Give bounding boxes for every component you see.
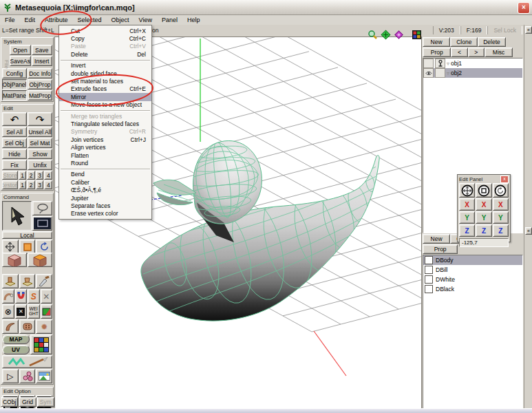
object-row-obj1[interactable]: ▿ obj1 (423, 59, 522, 68)
panel-collapse-handle-top[interactable]: « (525, 26, 532, 34)
edit-panel-close-button[interactable]: x (500, 176, 509, 183)
palette-icon[interactable] (412, 30, 421, 39)
ep-rotate-y-button[interactable]: Y (493, 211, 509, 224)
primitive-cube-button[interactable] (2, 253, 27, 267)
redo-button[interactable]: ↷ (28, 112, 52, 126)
material-row-dwhite[interactable]: DWhite (423, 275, 522, 284)
ep-rotate-button[interactable] (493, 183, 509, 198)
material-new-button[interactable]: New (423, 234, 450, 244)
object-row-obj2[interactable]: ▿ obj2 (423, 68, 522, 78)
restore-slot-1[interactable]: 1 (19, 180, 27, 189)
restore-slot-4[interactable]: 4 (44, 180, 52, 189)
hide-button[interactable]: Hide (2, 149, 27, 159)
paint-tool-button[interactable] (2, 355, 52, 368)
scale-tool-button[interactable] (19, 240, 36, 254)
menu-item-separate-faces[interactable]: Separate faces (59, 202, 151, 209)
material-name[interactable]: DBlack (436, 286, 454, 293)
menu-item-round[interactable]: Round (59, 159, 151, 167)
menu-edit[interactable]: Edit (20, 16, 41, 25)
lock-cell[interactable] (435, 68, 445, 78)
material-swatch[interactable] (425, 275, 433, 284)
material-swatch[interactable] (425, 266, 433, 274)
material-prop-button[interactable]: Prop (423, 244, 458, 254)
restore-slot-2[interactable]: 2 (27, 180, 35, 189)
show-button[interactable]: Show (28, 149, 52, 159)
ep-coordinate-field[interactable]: -125,7 (459, 238, 509, 247)
bone-tool-button[interactable] (19, 369, 36, 383)
saveas-button[interactable]: SaveAs (10, 56, 31, 66)
menu-item-flatten[interactable]: Flatten (59, 151, 151, 159)
primitive-cube-selected-button[interactable] (28, 253, 52, 267)
panel-collapse-handle-mid[interactable]: « (525, 227, 532, 235)
close-button[interactable]: × (518, 2, 530, 14)
lasso-tool-button[interactable] (32, 201, 52, 215)
edit-panel-titlebar[interactable]: Edit Panel x (458, 175, 510, 183)
expand-triangle[interactable]: ▿ (447, 61, 449, 67)
unselect-all-button[interactable]: Unsel All (28, 127, 52, 137)
knife-tool-button[interactable] (36, 274, 52, 288)
lattice-tool-button[interactable] (19, 319, 36, 334)
extrude-tool-button[interactable] (2, 274, 19, 288)
material-name[interactable]: DWhite (436, 276, 455, 283)
select-material-button[interactable]: Sel Mat (28, 138, 52, 148)
menu-item-jupiter[interactable]: Jupiter (59, 194, 151, 202)
erase-vertex-button[interactable]: ⊗ (2, 304, 14, 319)
primitive-tool-button[interactable]: ▷ (2, 369, 19, 383)
objpanel-button[interactable]: ObjPanel (2, 79, 27, 89)
hook-tool-button[interactable] (2, 289, 14, 304)
store-slot-1[interactable]: 1 (19, 171, 27, 180)
cobj-toggle[interactable]: CObj (1, 397, 18, 407)
expand-triangle[interactable]: ▿ (447, 70, 449, 76)
uv-button[interactable]: UV (2, 345, 30, 354)
material-name[interactable]: DBody (436, 257, 454, 264)
ep-move-button[interactable] (459, 183, 475, 198)
delete-edge-button[interactable]: ✕ (15, 304, 28, 319)
menu-item-cut[interactable]: CutCtrl+X (59, 27, 151, 34)
ep-scale-x-button[interactable]: X (476, 198, 491, 211)
rotate-view-icon[interactable] (394, 30, 404, 40)
select-all-button[interactable]: Sel All (2, 127, 27, 137)
menu-item-triangulate[interactable]: Triangulate selected faces (59, 120, 151, 127)
store-slot-4[interactable]: 4 (44, 171, 52, 180)
material-swatch[interactable] (425, 256, 433, 264)
rotate-tool-button[interactable] (36, 240, 52, 254)
object-name[interactable]: obj1 (451, 60, 462, 67)
menu-item-mirror[interactable]: Mirror (59, 93, 151, 100)
menu-item-set-material[interactable]: set material to faces (59, 77, 151, 85)
objprop-button[interactable]: ObjProp (28, 79, 52, 89)
menu-object[interactable]: Object (107, 16, 134, 25)
weight-tool-button[interactable]: WEI GHT (28, 304, 40, 319)
move-tool-button[interactable] (2, 240, 19, 254)
select-tool-button[interactable] (2, 201, 32, 231)
local-coord-dropdown[interactable]: Local (2, 231, 52, 239)
duck-model[interactable] (141, 140, 379, 322)
menu-item-caliber[interactable]: Caliber (59, 178, 151, 186)
object-prev-button[interactable]: < (451, 47, 467, 57)
restore-slot-3[interactable]: 3 (36, 180, 44, 189)
ep-scale-y-button[interactable]: Y (476, 211, 491, 224)
object-new-button[interactable]: New (423, 37, 450, 47)
menu-item-close-hole[interactable]: ŒŠ,ð•Â,¶,é (59, 186, 151, 193)
object-delete-button[interactable]: Delete (478, 37, 505, 47)
menu-item-erase-vertex-color[interactable]: Erase vertex color (59, 210, 151, 218)
twist-tool-button[interactable]: S (28, 289, 40, 304)
menu-item-align-vertices[interactable]: Align vertices (59, 143, 151, 151)
noise-tool-button[interactable]: ✹ (36, 319, 52, 334)
menu-item-double-sided-face[interactable]: double sided face (59, 70, 151, 77)
pan-icon[interactable] (381, 30, 391, 40)
matpanel-button[interactable]: MatPane (2, 90, 27, 100)
magnet-tool-button[interactable] (15, 289, 28, 304)
material-row-dblack[interactable]: DBlack (423, 284, 522, 294)
edit-panel-window[interactable]: Edit Panel x X X X Y Y Y Z (457, 174, 511, 242)
face-color-button[interactable] (41, 304, 53, 319)
matprop-button[interactable]: MatProp (28, 90, 52, 100)
menu-attribute[interactable]: Attribute (40, 16, 73, 25)
background-image-button[interactable] (36, 369, 52, 383)
grid-toggle[interactable]: Grid (19, 397, 36, 407)
docinfo-button[interactable]: Doc Info (28, 68, 52, 78)
menu-panel[interactable]: Panel (157, 16, 182, 25)
menu-view[interactable]: View (134, 16, 157, 25)
visibility-cell[interactable] (423, 68, 434, 78)
texture-cube-button[interactable] (30, 335, 52, 354)
ep-scale-button[interactable] (476, 183, 491, 198)
